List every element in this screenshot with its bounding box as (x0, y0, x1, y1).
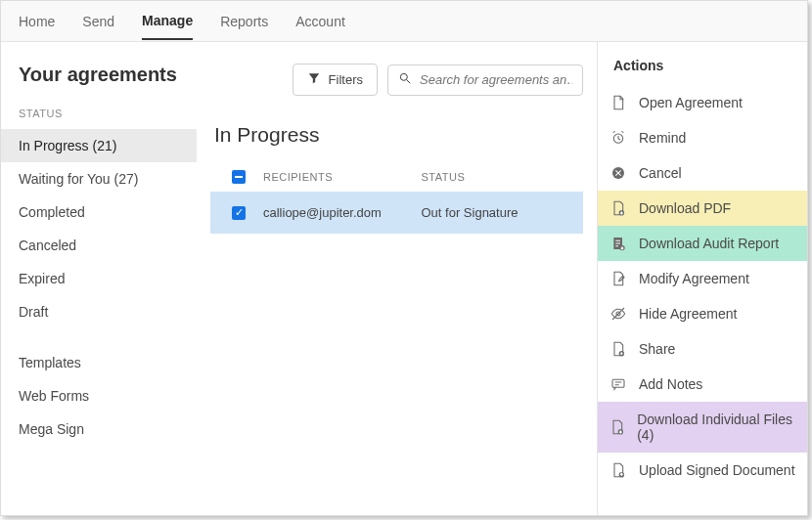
col-status[interactable]: STATUS (422, 171, 580, 183)
svg-line-1 (407, 79, 411, 83)
toolbar: Filters (210, 64, 583, 96)
agreements-table: RECIPIENTS STATUS calliope@jupiter.dom O… (210, 162, 583, 234)
topnav-tab-reports[interactable]: Reports (220, 4, 268, 39)
table-row[interactable]: calliope@jupiter.dom Out for Signature (210, 192, 583, 234)
alarm-icon (609, 130, 627, 146)
actions-title: Actions (598, 56, 807, 85)
col-recipients[interactable]: RECIPIENTS (263, 171, 422, 183)
action-upload-signed[interactable]: Upload Signed Document (598, 453, 807, 488)
action-modify[interactable]: Modify Agreement (598, 261, 807, 296)
action-label: Cancel (639, 165, 682, 181)
filters-button-label: Filters (329, 72, 363, 87)
search-input[interactable] (420, 72, 572, 87)
action-label: Download Audit Report (639, 236, 779, 251)
cell-status: Out for Signature (422, 205, 580, 220)
top-nav: Home Send Manage Reports Account (1, 1, 807, 42)
action-share[interactable]: Share (598, 331, 807, 367)
search-box[interactable] (387, 65, 583, 96)
topnav-tab-home[interactable]: Home (19, 4, 55, 39)
select-all-checkbox[interactable] (232, 170, 246, 184)
page-title: Your agreements (1, 64, 197, 108)
action-label: Hide Agreement (639, 306, 737, 322)
topnav-tab-manage[interactable]: Manage (142, 3, 193, 40)
action-hide[interactable]: Hide Agreement (598, 296, 807, 331)
notes-icon (609, 376, 627, 392)
document-icon (609, 95, 627, 110)
left-sidebar: Your agreements STATUS In Progress (21) … (1, 42, 197, 515)
sidebar-item-web-forms[interactable]: Web Forms (1, 379, 197, 412)
action-download-pdf[interactable]: Download PDF (598, 191, 807, 226)
row-checkbox[interactable] (232, 206, 246, 220)
cancel-icon (609, 165, 627, 181)
audit-report-icon (609, 236, 627, 251)
section-title: In Progress (210, 123, 583, 147)
sidebar-item-draft[interactable]: Draft (1, 295, 197, 328)
sidebar-item-canceled[interactable]: Canceled (1, 229, 197, 262)
svg-point-0 (400, 73, 407, 80)
topnav-tab-send[interactable]: Send (82, 4, 114, 39)
share-icon (609, 341, 627, 357)
filters-button[interactable]: Filters (293, 64, 378, 96)
action-label: Add Notes (639, 376, 702, 392)
search-icon (398, 71, 412, 89)
download-files-icon (609, 419, 625, 435)
action-open-agreement[interactable]: Open Agreement (598, 85, 807, 120)
action-download-audit[interactable]: Download Audit Report (598, 226, 807, 261)
sidebar-item-templates[interactable]: Templates (1, 346, 197, 379)
action-label: Upload Signed Document (639, 462, 795, 478)
download-pdf-icon (609, 200, 627, 216)
svg-rect-10 (612, 379, 624, 387)
action-label: Share (639, 341, 675, 357)
action-cancel[interactable]: Cancel (598, 155, 807, 191)
sidebar-item-in-progress[interactable]: In Progress (21) (1, 129, 197, 162)
actions-panel: Actions Open Agreement Remind Cancel (597, 42, 807, 515)
edit-document-icon (609, 271, 627, 286)
action-download-files[interactable]: Download Individual Files (4) (598, 402, 807, 453)
sidebar-section-status: STATUS (1, 108, 197, 129)
main-content: Filters In Progress RECIPIENTS STATUS (197, 42, 597, 515)
eye-off-icon (609, 306, 627, 322)
action-remind[interactable]: Remind (598, 120, 807, 155)
sidebar-item-mega-sign[interactable]: Mega Sign (1, 412, 197, 446)
cell-recipients: calliope@jupiter.dom (263, 205, 422, 220)
topnav-tab-account[interactable]: Account (295, 4, 345, 39)
sidebar-item-waiting[interactable]: Waiting for You (27) (1, 162, 197, 195)
action-label: Modify Agreement (639, 271, 749, 286)
action-label: Open Agreement (639, 95, 743, 110)
action-add-notes[interactable]: Add Notes (598, 367, 807, 402)
table-header: RECIPIENTS STATUS (210, 162, 583, 192)
action-label: Download Individual Files (4) (637, 412, 795, 443)
sidebar-item-expired[interactable]: Expired (1, 262, 197, 295)
upload-document-icon (609, 462, 627, 478)
action-label: Download PDF (639, 200, 731, 216)
action-label: Remind (639, 130, 686, 146)
sidebar-item-completed[interactable]: Completed (1, 195, 197, 229)
filter-icon (307, 71, 321, 88)
